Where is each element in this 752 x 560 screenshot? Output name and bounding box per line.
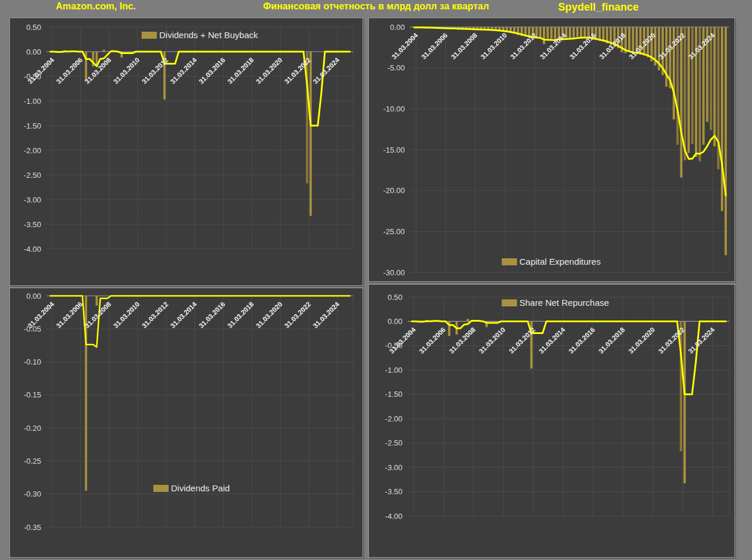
svg-text:-1.50: -1.50 (24, 122, 41, 130)
legend-swatch-icon (142, 32, 157, 39)
svg-text:31.03.2012: 31.03.2012 (140, 301, 169, 329)
svg-text:0.00: 0.00 (26, 292, 41, 301)
svg-text:-3.50: -3.50 (24, 220, 41, 229)
chart-panel-capital-expenditures: 31.03.200431.03.200631.03.200831.03.2010… (368, 18, 735, 282)
svg-text:0.50: 0.50 (388, 293, 402, 302)
brand-watermark: Spydell_finance (558, 1, 639, 14)
svg-text:31.03.2016: 31.03.2016 (197, 56, 226, 85)
legend-label: Share Net Repurchase (519, 298, 609, 308)
svg-text:31.03.2006: 31.03.2006 (420, 32, 449, 60)
svg-text:-4.00: -4.00 (24, 245, 41, 254)
svg-text:31.03.2010: 31.03.2010 (479, 32, 508, 60)
svg-text:31.03.2008: 31.03.2008 (449, 32, 479, 61)
legend-swatch-icon (502, 299, 517, 306)
svg-text:-0.50: -0.50 (385, 341, 402, 350)
svg-text:-0.35: -0.35 (24, 523, 41, 532)
svg-text:-3.00: -3.00 (24, 195, 41, 204)
svg-text:31.03.2004: 31.03.2004 (388, 326, 417, 355)
legend-label: Dividends Paid (171, 483, 230, 493)
svg-text:-20.00: -20.00 (383, 186, 405, 195)
svg-text:-3.00: -3.00 (385, 463, 402, 472)
chart-svg-share-net-repurchase: 31.03.200431.03.200631.03.200831.03.2010… (369, 285, 736, 558)
svg-text:31.03.2020: 31.03.2020 (254, 56, 283, 85)
svg-text:-0.15: -0.15 (24, 390, 41, 399)
legend-share-net-repurchase: Share Net Repurchase (502, 298, 609, 308)
svg-text:0.00: 0.00 (26, 48, 41, 56)
legend-swatch-icon (502, 258, 517, 265)
svg-text:31.03.2016: 31.03.2016 (568, 326, 596, 355)
svg-text:31.03.2006: 31.03.2006 (55, 56, 83, 85)
svg-text:31.03.2014: 31.03.2014 (169, 56, 199, 86)
svg-text:-1.50: -1.50 (385, 390, 402, 399)
svg-text:31.03.2014: 31.03.2014 (169, 301, 199, 330)
svg-text:31.03.2018: 31.03.2018 (226, 301, 256, 330)
legend-swatch-icon (153, 485, 169, 492)
svg-text:31.03.2020: 31.03.2020 (627, 326, 656, 355)
legend-capital-expenditures: Capital Expenditures (502, 257, 600, 266)
svg-text:-0.50: -0.50 (24, 72, 41, 81)
svg-text:-10.00: -10.00 (383, 104, 405, 113)
svg-text:31.03.2018: 31.03.2018 (226, 56, 256, 86)
chart-svg-capital-expenditures: 31.03.200431.03.200631.03.200831.03.2010… (369, 18, 736, 282)
svg-text:-4.00: -4.00 (385, 512, 402, 521)
svg-text:-1.00: -1.00 (385, 366, 402, 375)
legend-dividends-net-buyback: Dividends + Net Buyback (142, 30, 258, 40)
legend-label: Dividends + Net Buyback (159, 30, 258, 40)
svg-text:31.03.2024: 31.03.2024 (312, 56, 341, 86)
svg-text:-2.50: -2.50 (24, 171, 41, 180)
svg-text:0.50: 0.50 (26, 23, 41, 32)
svg-text:31.03.2006: 31.03.2006 (55, 301, 83, 329)
svg-text:-2.50: -2.50 (385, 438, 402, 447)
svg-text:-5.00: -5.00 (387, 63, 405, 72)
dashboard: { "header": { "company": "Amazon.com, In… (0, 0, 752, 560)
svg-text:-25.00: -25.00 (383, 227, 405, 236)
svg-text:31.03.2020: 31.03.2020 (254, 301, 283, 329)
svg-text:31.03.2010: 31.03.2010 (478, 326, 506, 355)
svg-text:-0.05: -0.05 (24, 325, 41, 333)
svg-text:-30.00: -30.00 (383, 268, 405, 277)
svg-text:31.03.2024: 31.03.2024 (687, 326, 716, 355)
chart-svg-dividends-paid: 31.03.200431.03.200631.03.200831.03.2010… (10, 288, 364, 558)
svg-text:0.00: 0.00 (388, 317, 402, 326)
svg-text:-3.50: -3.50 (385, 487, 402, 496)
svg-text:-15.00: -15.00 (383, 146, 405, 154)
chart-panel-share-net-repurchase: 31.03.200431.03.200631.03.200831.03.2010… (368, 284, 735, 558)
svg-text:-1.00: -1.00 (24, 97, 41, 106)
svg-text:-0.25: -0.25 (24, 457, 41, 465)
svg-text:31.03.2012: 31.03.2012 (509, 32, 538, 60)
svg-text:31.03.2024: 31.03.2024 (312, 301, 341, 330)
legend-label: Capital Expenditures (519, 257, 600, 266)
page-title: Финансовая отчетность в млрд долл за ква… (206, 1, 546, 12)
svg-text:31.03.2004: 31.03.2004 (390, 32, 419, 61)
company-name: Amazon.com, Inc. (56, 1, 136, 12)
svg-text:31.03.2008: 31.03.2008 (448, 326, 477, 355)
svg-text:-2.00: -2.00 (24, 146, 41, 155)
svg-text:31.03.2018: 31.03.2018 (597, 326, 627, 355)
svg-text:-2.00: -2.00 (385, 414, 402, 423)
svg-text:31.03.2014: 31.03.2014 (538, 326, 567, 355)
svg-text:31.03.2006: 31.03.2006 (418, 326, 446, 355)
svg-text:31.03.2010: 31.03.2010 (112, 301, 141, 329)
svg-text:31.03.2016: 31.03.2016 (197, 301, 226, 329)
svg-text:31.03.2004: 31.03.2004 (26, 56, 56, 86)
svg-text:-0.30: -0.30 (24, 490, 41, 498)
legend-dividends-paid: Dividends Paid (153, 483, 230, 493)
svg-text:31.03.2022: 31.03.2022 (283, 301, 312, 329)
svg-text:-0.10: -0.10 (24, 357, 41, 366)
chart-panel-dividends-paid: 31.03.200431.03.200631.03.200831.03.2010… (9, 288, 363, 558)
chart-panel-dividends-net-buyback: 31.03.200431.03.200631.03.200831.03.2010… (9, 18, 363, 286)
svg-text:-0.20: -0.20 (24, 424, 41, 433)
svg-text:31.03.2008: 31.03.2008 (83, 56, 113, 86)
svg-text:31.03.2010: 31.03.2010 (112, 56, 141, 85)
svg-text:0.00: 0.00 (390, 23, 405, 32)
chart-svg-dividends-net-buyback: 31.03.200431.03.200631.03.200831.03.2010… (10, 18, 364, 286)
